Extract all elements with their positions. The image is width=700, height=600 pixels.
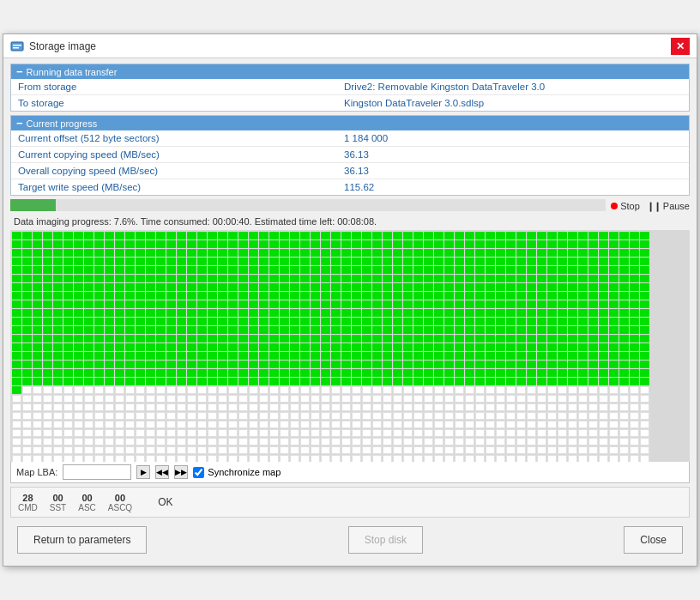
map-cell[interactable]: [331, 258, 341, 265]
map-cell[interactable]: [609, 369, 619, 377]
map-cell[interactable]: [22, 326, 32, 334]
map-cell[interactable]: [372, 361, 382, 368]
map-cell[interactable]: [383, 455, 392, 462]
map-cell[interactable]: [74, 403, 83, 411]
map-cell[interactable]: [527, 378, 536, 385]
map-cell[interactable]: [341, 378, 351, 385]
map-cell[interactable]: [280, 292, 289, 300]
map-cell[interactable]: [609, 386, 619, 394]
map-cell[interactable]: [290, 232, 299, 239]
map-cell[interactable]: [187, 421, 196, 428]
map-cell[interactable]: [341, 309, 351, 317]
map-cell[interactable]: [362, 369, 371, 377]
map-cell[interactable]: [516, 266, 526, 274]
map-cell[interactable]: [43, 335, 52, 342]
map-cell[interactable]: [290, 429, 299, 437]
map-cell[interactable]: [403, 343, 413, 351]
map-cell[interactable]: [238, 258, 248, 265]
map-cell[interactable]: [84, 369, 94, 377]
map-cell[interactable]: [527, 283, 536, 291]
map-cell[interactable]: [187, 309, 196, 317]
map-cell[interactable]: [403, 266, 413, 274]
map-cell[interactable]: [156, 412, 166, 420]
map-cell[interactable]: [444, 455, 454, 462]
map-cell[interactable]: [434, 369, 444, 377]
map-cell[interactable]: [166, 275, 176, 282]
map-cell[interactable]: [444, 352, 454, 360]
map-cell[interactable]: [43, 258, 52, 265]
map-cell[interactable]: [166, 232, 176, 239]
map-cell[interactable]: [486, 455, 495, 462]
map-cell[interactable]: [630, 343, 639, 351]
map-cell[interactable]: [238, 429, 248, 437]
map-cell[interactable]: [146, 249, 155, 257]
map-cell[interactable]: [84, 240, 94, 248]
map-cell[interactable]: [136, 412, 145, 420]
map-cell[interactable]: [341, 361, 351, 368]
map-cell[interactable]: [280, 266, 289, 274]
map-cell[interactable]: [125, 283, 135, 291]
map-cell[interactable]: [166, 403, 176, 411]
map-cell[interactable]: [434, 309, 444, 317]
map-cell[interactable]: [372, 438, 382, 445]
map-cell[interactable]: [187, 438, 196, 445]
map-cell[interactable]: [455, 318, 464, 325]
map-cell[interactable]: [125, 369, 135, 377]
map-cell[interactable]: [640, 318, 649, 325]
map-cell[interactable]: [94, 309, 104, 317]
map-cell[interactable]: [496, 266, 505, 274]
map-cell[interactable]: [393, 438, 402, 445]
map-cell[interactable]: [259, 258, 269, 265]
map-cell[interactable]: [455, 395, 464, 403]
map-cell[interactable]: [33, 266, 42, 274]
map-cell[interactable]: [424, 318, 433, 325]
map-cell[interactable]: [630, 240, 639, 248]
map-cell[interactable]: [146, 438, 155, 445]
map-cell[interactable]: [321, 446, 330, 454]
map-cell[interactable]: [455, 240, 464, 248]
map-cell[interactable]: [537, 249, 546, 257]
map-cell[interactable]: [269, 318, 279, 325]
map-cell[interactable]: [280, 352, 289, 360]
map-cell[interactable]: [22, 361, 32, 368]
map-cell[interactable]: [413, 335, 423, 342]
map-cell[interactable]: [146, 412, 155, 420]
map-cell[interactable]: [146, 292, 155, 300]
map-cell[interactable]: [383, 292, 392, 300]
map-cell[interactable]: [125, 361, 135, 368]
map-cell[interactable]: [63, 258, 73, 265]
map-cell[interactable]: [516, 361, 526, 368]
map-cell[interactable]: [413, 309, 423, 317]
map-cell[interactable]: [444, 412, 454, 420]
map-cell[interactable]: [218, 378, 227, 385]
map-cell[interactable]: [455, 266, 464, 274]
map-cell[interactable]: [578, 309, 588, 317]
map-cell[interactable]: [311, 240, 320, 248]
map-cell[interactable]: [94, 343, 104, 351]
map-cell[interactable]: [383, 378, 392, 385]
map-cell[interactable]: [383, 395, 392, 403]
map-cell[interactable]: [33, 369, 42, 377]
map-cell[interactable]: [166, 378, 176, 385]
map-cell[interactable]: [218, 258, 227, 265]
map-cell[interactable]: [434, 438, 444, 445]
map-cell[interactable]: [12, 335, 21, 342]
map-cell[interactable]: [444, 326, 454, 334]
map-cell[interactable]: [352, 395, 361, 403]
nav-play-button[interactable]: ▶: [136, 465, 150, 479]
map-cell[interactable]: [640, 412, 649, 420]
map-cell[interactable]: [599, 403, 608, 411]
map-cell[interactable]: [33, 395, 42, 403]
map-cell[interactable]: [238, 386, 248, 394]
map-cell[interactable]: [300, 292, 310, 300]
map-cell[interactable]: [393, 386, 402, 394]
map-cell[interactable]: [177, 249, 186, 257]
map-cell[interactable]: [455, 275, 464, 282]
map-cell[interactable]: [331, 386, 341, 394]
map-cell[interactable]: [208, 283, 217, 291]
map-cell[interactable]: [547, 386, 557, 394]
map-cell[interactable]: [280, 309, 289, 317]
map-cell[interactable]: [486, 403, 495, 411]
map-cell[interactable]: [383, 318, 392, 325]
map-cell[interactable]: [413, 292, 423, 300]
